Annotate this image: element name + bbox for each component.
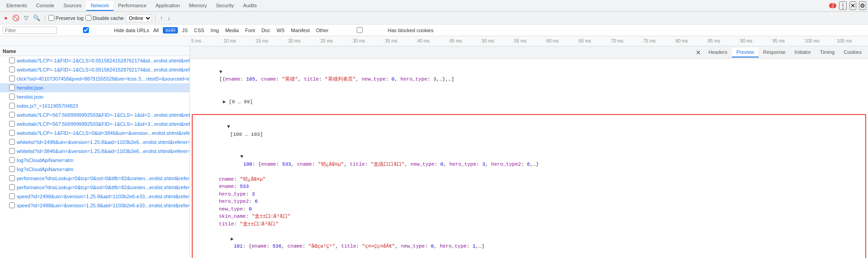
tick-65ms: 65 ms <box>578 38 610 43</box>
json-prop-cname: cname: "铠¿åŒ¤µ" <box>215 176 864 183</box>
tab-audits[interactable]: Audits <box>238 1 261 11</box>
filter-all[interactable]: All <box>151 27 161 33</box>
right-panel: ✕ Headers Preview Response Initiator Tim… <box>190 46 868 258</box>
settings-button[interactable]: ⚙ <box>859 1 866 10</box>
item-checkbox[interactable] <box>9 57 15 63</box>
tick-40ms: 40 ms <box>416 38 448 43</box>
tab-sources[interactable]: Sources <box>59 1 86 11</box>
tab-console[interactable]: Console <box>32 1 59 11</box>
json-section-header[interactable]: ▼ [100 … 103] <box>194 116 864 146</box>
disable-cache-label[interactable]: Disable cache <box>85 15 124 21</box>
list-item[interactable]: webvitals?LCP=-1&FID=-1&CLS=0.0515824152… <box>0 65 190 74</box>
list-item[interactable]: log?sCloudApiName=atm <box>0 156 190 165</box>
tick-80ms: 80 ms <box>674 38 707 43</box>
more-options-button[interactable]: ⋮ <box>839 1 847 10</box>
tab-memory[interactable]: Memory <box>185 1 212 11</box>
list-item[interactable]: performance?dnsLookup=0&tcp=0&ssl=0&ttfb… <box>0 183 190 192</box>
toggle-item-100[interactable]: ▼ <box>240 154 243 159</box>
item-checkbox[interactable] <box>9 193 15 199</box>
filter-doc[interactable]: Doc <box>259 27 273 33</box>
filter-css[interactable]: CSS <box>192 27 207 33</box>
toggle-item-101[interactable]: ▶ <box>231 236 234 242</box>
json-prop-new-type: new_type: 0 <box>215 205 864 213</box>
list-item[interactable]: herolist.json <box>0 92 190 101</box>
disable-cache-checkbox[interactable] <box>85 15 91 21</box>
list-item[interactable]: click?sid=45107307458&pvid=88791555528&v… <box>0 74 190 83</box>
json-item-100: ▼ 100: {ename: 533, cname: "铠¿åŒ¤µ", tit… <box>194 146 864 228</box>
json-item-100-header[interactable]: ▼ 100: {ename: 533, cname: "铠¿åŒ¤µ", tit… <box>201 146 864 176</box>
hide-data-urls-checkbox[interactable] <box>59 27 113 33</box>
item-checkbox[interactable] <box>9 94 15 100</box>
list-item[interactable]: webvitals?LCP=567.5699999992503&FID=-1&C… <box>0 119 190 129</box>
tab-headers[interactable]: Headers <box>704 48 732 57</box>
item-checkbox[interactable] <box>9 130 15 136</box>
item-checkbox[interactable] <box>9 175 15 181</box>
item-checkbox[interactable] <box>9 85 15 91</box>
tick-10ms: 10 ms <box>222 38 254 43</box>
tab-performance[interactable]: Performance <box>114 1 151 11</box>
item-checkbox[interactable] <box>9 148 15 154</box>
list-item[interactable]: speed?id=2498&uin=&version=1.25.8&aid=11… <box>0 201 190 210</box>
hide-data-urls-label[interactable]: Hide data URLs <box>59 27 149 33</box>
has-blocked-label[interactable]: Has blocked cookies <box>332 27 433 33</box>
json-item-101[interactable]: ▶ 101: {ename: 536, cname: "åŒça¹Ç¹", ti… <box>194 228 864 258</box>
preserve-log-checkbox[interactable] <box>48 15 54 21</box>
list-item-herolist-selected[interactable]: herolist.json <box>0 83 190 92</box>
filter-media[interactable]: Media <box>223 27 241 33</box>
download-button[interactable]: ↓ <box>166 14 172 22</box>
filter-ws[interactable]: WS <box>274 27 287 33</box>
tab-elements[interactable]: Elements <box>2 1 32 11</box>
filter-toggle-button[interactable]: ▽ <box>23 14 30 22</box>
search-button[interactable]: 🔍 <box>32 14 42 22</box>
has-blocked-checkbox[interactable] <box>332 27 387 33</box>
filter-img[interactable]: Img <box>209 27 221 33</box>
item-checkbox[interactable] <box>9 157 15 163</box>
item-checkbox[interactable] <box>9 184 15 190</box>
list-item[interactable]: whitelist?id=3846&uin=&version=1.25.8&ai… <box>0 147 190 156</box>
list-item[interactable]: speed?id=2498&uin=&version=1.25.8&aid=11… <box>0 192 190 201</box>
json-collapsed-range[interactable]: ▶ [0 … 99] <box>192 91 866 113</box>
item-checkbox[interactable] <box>9 76 15 81</box>
tab-initiator[interactable]: Initiator <box>790 48 816 57</box>
filter-font[interactable]: Font <box>243 27 257 33</box>
list-item[interactable]: webvitals?LCP=-1&FID=-1&CLS=0&id=3846&ui… <box>0 129 190 138</box>
list-item[interactable]: performance?dnsLookup=0&tcp=0&ssl=0&ttfb… <box>0 174 190 183</box>
tab-preview[interactable]: Preview <box>732 48 759 57</box>
tab-response[interactable]: Response <box>759 48 790 57</box>
devtools-icons: 2 ⋮ ✕ ⚙ <box>829 1 866 10</box>
tab-application[interactable]: Application <box>151 1 185 11</box>
filter-js[interactable]: JS <box>180 27 190 33</box>
clear-button[interactable]: 🚫 <box>11 14 21 22</box>
item-checkbox[interactable] <box>9 112 15 118</box>
tab-security[interactable]: Security <box>211 1 238 11</box>
toggle-0-99[interactable]: ▶ <box>223 99 226 105</box>
toggle-outer[interactable]: ▼ <box>219 69 223 75</box>
tab-cookies[interactable]: Cookies <box>839 48 866 57</box>
record-button[interactable]: ● <box>3 14 9 22</box>
tick-60ms: 60 ms <box>545 38 577 43</box>
filter-other[interactable]: Other <box>314 27 331 33</box>
item-checkbox[interactable] <box>9 103 15 109</box>
list-item[interactable]: whitelist?id=2498&uin=&version=1.25.8&ai… <box>0 138 190 147</box>
close-panel-button[interactable]: ✕ <box>693 49 704 56</box>
item-checkbox[interactable] <box>9 166 15 172</box>
list-item[interactable]: webvitals?LCP=567.5699999992503&FID=-1&C… <box>0 110 190 119</box>
preserve-log-label[interactable]: Preserve log <box>48 15 84 21</box>
tab-network[interactable]: Network <box>86 1 114 11</box>
upload-button[interactable]: ↑ <box>159 14 165 22</box>
item-checkbox[interactable] <box>9 121 15 127</box>
item-checkbox[interactable] <box>9 67 15 72</box>
toggle-100-103[interactable]: ▼ <box>227 124 230 129</box>
filter-input[interactable] <box>3 27 57 34</box>
tab-timing[interactable]: Timing <box>816 48 840 57</box>
list-item[interactable]: log?sCloudApiName=atm <box>0 165 190 174</box>
list-item[interactable]: webvitals?LCP=-1&FID=-1&CLS=0.0515824152… <box>0 56 190 65</box>
close-devtools-button[interactable]: ✕ <box>849 1 856 10</box>
filter-xhr[interactable]: XHR <box>163 27 178 33</box>
filter-manifest[interactable]: Manifest <box>289 27 312 33</box>
preview-content-area[interactable]: ▼ [{ename: 105, cname: "英雄", title: "英雄列… <box>190 59 868 258</box>
item-checkbox[interactable] <box>9 202 15 208</box>
list-item[interactable]: index.js?_=1611905704823 <box>0 101 190 110</box>
network-condition-select[interactable]: Online <box>126 14 152 22</box>
item-checkbox[interactable] <box>9 139 15 145</box>
